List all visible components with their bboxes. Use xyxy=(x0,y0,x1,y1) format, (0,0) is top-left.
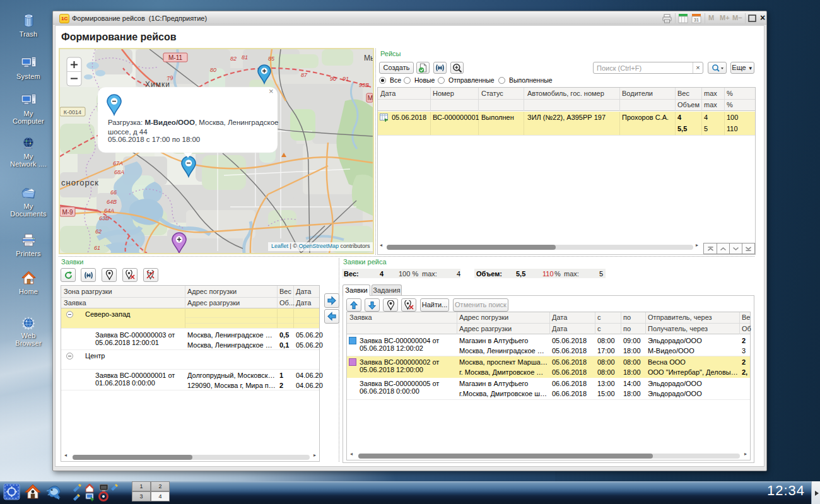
svg-text:Мы: Мы xyxy=(364,54,373,62)
svg-text:61: 61 xyxy=(94,245,100,251)
svg-text:М-9: М-9 xyxy=(62,209,73,216)
svg-text:31: 31 xyxy=(694,18,699,22)
svg-text:К-0014: К-0014 xyxy=(64,109,81,115)
svg-text:68A: 68A xyxy=(114,169,124,175)
svg-text:Leaflet | © OpenStreetMap cont: Leaflet | © OpenStreetMap contributors xyxy=(271,243,370,249)
svg-text:М: М xyxy=(368,95,373,102)
svg-text:90: 90 xyxy=(330,76,336,82)
svg-text:85: 85 xyxy=(268,56,275,62)
svg-text:81: 81 xyxy=(242,54,248,61)
svg-text:сногорск: сногорск xyxy=(61,178,99,187)
svg-text:91: 91 xyxy=(343,76,349,82)
svg-text:Разгрузка: М-Видео/ООО, Москва: Разгрузка: М-Видео/ООО, Москва, Ленингра… xyxy=(108,119,278,126)
svg-text:63B: 63B xyxy=(99,215,109,221)
svg-text:шоссе, д 44: шоссе, д 44 xyxy=(108,128,148,136)
svg-text:67A: 67A xyxy=(113,160,123,167)
svg-text:87: 87 xyxy=(301,72,308,78)
svg-text:64A: 64A xyxy=(104,208,114,214)
svg-text:05.06.2018 с 17:00 по 18:00: 05.06.2018 с 17:00 по 18:00 xyxy=(108,136,200,143)
svg-text:82: 82 xyxy=(230,56,237,62)
svg-text:93B: 93B xyxy=(359,82,369,88)
svg-text:62: 62 xyxy=(95,228,102,235)
svg-text:80: 80 xyxy=(210,67,216,73)
svg-text:×: × xyxy=(269,86,274,96)
svg-text:64B: 64B xyxy=(107,199,117,205)
svg-text:М-11: М-11 xyxy=(168,54,182,61)
svg-text:66: 66 xyxy=(110,189,117,196)
